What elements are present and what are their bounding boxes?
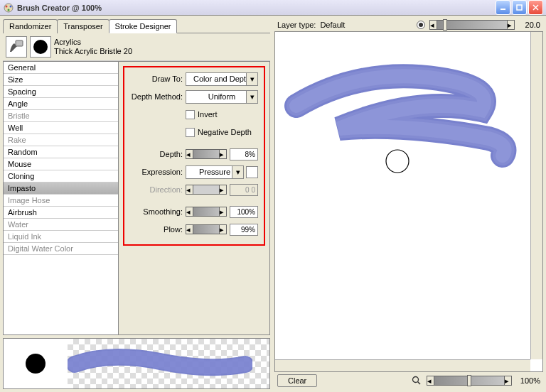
category-well[interactable]: Well: [4, 122, 118, 134]
category-bristle: Bristle: [4, 110, 118, 122]
stroke-preview-strip: [3, 338, 270, 389]
minimize-button[interactable]: [496, 0, 510, 15]
plow-value[interactable]: 99%: [230, 224, 258, 236]
category-random[interactable]: Random: [4, 146, 118, 158]
category-impasto[interactable]: Impasto: [4, 183, 118, 195]
svg-rect-6: [16, 40, 23, 46]
preview-canvas[interactable]: [274, 31, 543, 372]
layer-type-label: Layer type:: [277, 21, 316, 29]
zoom-slider[interactable]: ◂▸: [427, 376, 512, 386]
brush-category-thumb[interactable]: [6, 36, 27, 58]
zoom-value: 100%: [516, 376, 540, 385]
expression-select[interactable]: Pressure ▾: [186, 165, 244, 179]
dab-preview: [4, 339, 68, 388]
category-liquid-ink: Liquid Ink: [4, 231, 118, 243]
expression-label: Expression:: [130, 168, 186, 176]
depth-slider[interactable]: ◂▸: [186, 149, 227, 159]
draw-to-select[interactable]: Color and Depth ▾: [186, 72, 258, 86]
dropdown-arrow-icon: ▾: [246, 91, 257, 103]
category-mouse[interactable]: Mouse: [4, 158, 118, 170]
svg-point-8: [26, 354, 46, 374]
category-rake: Rake: [4, 134, 118, 146]
close-button[interactable]: [528, 0, 543, 15]
depth-method-label: Depth Method:: [130, 92, 186, 101]
svg-line-11: [418, 382, 421, 385]
svg-rect-5: [517, 5, 522, 10]
category-spacing[interactable]: Spacing: [4, 86, 118, 98]
direction-value: 0 0: [230, 184, 258, 196]
depth-value[interactable]: 8%: [230, 148, 258, 160]
invert-checkbox[interactable]: [186, 110, 195, 119]
horizontal-scrollbar[interactable]: [275, 359, 530, 371]
svg-point-2: [10, 5, 12, 7]
svg-point-10: [413, 377, 419, 383]
category-image-hose: Image Hose: [4, 195, 118, 207]
vertical-scrollbar[interactable]: [530, 32, 542, 359]
svg-point-3: [8, 9, 10, 11]
preview-header: Layer type: Default ◂▸ 20.0: [274, 18, 543, 31]
category-water: Water: [4, 219, 118, 231]
svg-point-7: [33, 40, 48, 54]
category-digital-water-color: Digital Water Color: [4, 243, 118, 255]
dropdown-arrow-icon: ▾: [246, 73, 257, 85]
negative-depth-checkbox[interactable]: [186, 128, 195, 137]
depth-method-select[interactable]: Uniform ▾: [186, 90, 258, 104]
size-radio[interactable]: [417, 21, 425, 29]
size-value: 20.0: [519, 21, 540, 29]
svg-point-1: [6, 5, 8, 7]
smoothing-value[interactable]: 100%: [230, 206, 258, 218]
plow-label: Plow:: [130, 225, 186, 234]
draw-to-label: Draw To:: [130, 75, 186, 83]
direction-slider: ◂▸: [186, 185, 227, 195]
category-size[interactable]: Size: [4, 74, 118, 86]
brush-dab-thumb[interactable]: [30, 36, 51, 58]
tab-stroke-designer[interactable]: Stroke Designer: [109, 19, 178, 33]
brush-category-label: Acrylics: [54, 38, 267, 47]
category-general[interactable]: General: [4, 62, 118, 74]
category-list: General Size Spacing Angle Bristle Well …: [3, 61, 118, 335]
category-cloning[interactable]: Cloning: [4, 170, 118, 183]
window-titlebar: Brush Creator @ 100%: [0, 0, 546, 16]
window-title: Brush Creator @ 100%: [17, 4, 496, 12]
tab-randomizer[interactable]: Randomizer: [3, 19, 58, 33]
dropdown-arrow-icon: ▾: [232, 166, 243, 178]
category-angle[interactable]: Angle: [4, 98, 118, 110]
expression-options-button[interactable]: [246, 166, 258, 178]
brush-header: Acrylics Thick Acrylic Bristle 20: [3, 33, 270, 61]
depth-label: Depth:: [130, 150, 186, 158]
magnifier-icon: [411, 375, 422, 386]
highlight-box: Draw To: Color and Depth ▾ Depth Method:…: [123, 66, 265, 246]
tab-transposer[interactable]: Transposer: [57, 19, 109, 33]
main-tabs: Randomizer Transposer Stroke Designer: [3, 18, 270, 33]
size-slider[interactable]: ◂▸: [429, 20, 515, 30]
expression-value: Pressure: [199, 168, 230, 176]
invert-label: Invert: [198, 110, 218, 119]
category-airbrush[interactable]: Airbrush: [4, 207, 118, 219]
svg-rect-4: [500, 9, 505, 10]
stroke-preview: [68, 339, 269, 388]
negative-depth-label: Negative Depth: [198, 128, 252, 136]
smoothing-label: Smoothing:: [130, 207, 186, 216]
property-panel: Draw To: Color and Depth ▾ Depth Method:…: [118, 61, 270, 335]
preview-footer: Clear ◂▸ 100%: [274, 372, 543, 389]
layer-type-value: Default: [320, 21, 345, 29]
clear-button[interactable]: Clear: [277, 374, 317, 387]
svg-point-9: [386, 150, 409, 173]
app-icon: [3, 2, 14, 13]
maximize-button[interactable]: [512, 0, 527, 15]
depth-method-value: Uniform: [208, 92, 236, 101]
plow-slider[interactable]: ◂▸: [186, 224, 227, 234]
direction-label: Direction:: [130, 185, 186, 194]
draw-to-value: Color and Depth: [193, 75, 250, 83]
brush-variant-label: Thick Acrylic Bristle 20: [54, 47, 267, 56]
smoothing-slider[interactable]: ◂▸: [186, 207, 227, 217]
